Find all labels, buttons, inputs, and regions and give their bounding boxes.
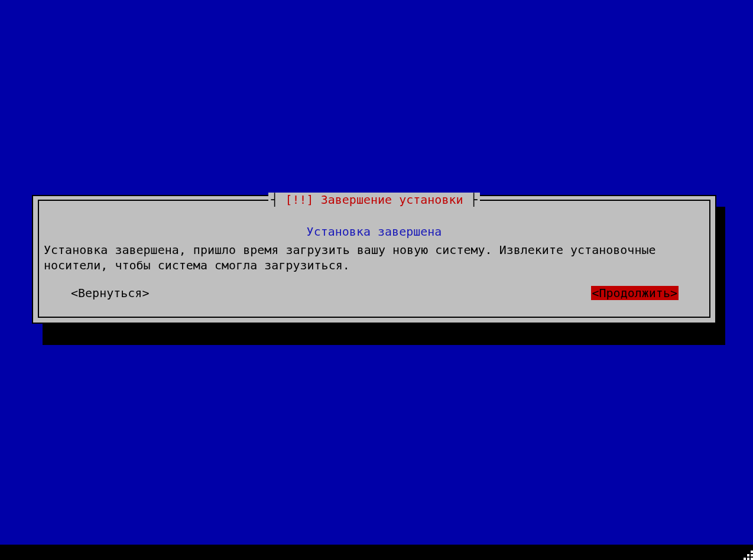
title-marker: [!!] [285,193,313,207]
footer-help: <Tab>переход по элементам; <Пробел>выбор… [0,545,753,560]
installer-dialog: ┤ [!!] Завершение установки ├ Установка … [32,195,716,324]
dialog-title-wrap: ┤ [!!] Завершение установки ├ [39,193,709,207]
dialog-body: Установка завершена, пришло время загруз… [44,242,705,273]
continue-button[interactable]: <Продолжить> [591,286,679,300]
title-text: Завершение установки [314,193,470,207]
dialog-title: ┤ [!!] Завершение установки ├ [268,193,479,207]
back-button[interactable]: <Вернуться> [70,286,150,300]
title-left-tee: ┤ [271,193,285,207]
button-row: <Вернуться> <Продолжить> [44,286,705,300]
dialog-content: Установка завершена Установка завершена,… [44,224,705,300]
dialog-subtitle: Установка завершена [44,224,705,239]
dialog-border: ┤ [!!] Завершение установки ├ Установка … [38,200,710,318]
title-right-tee: ├ [470,193,478,207]
